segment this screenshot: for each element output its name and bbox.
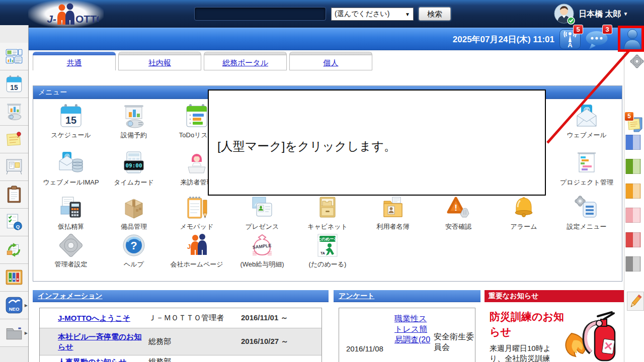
sidebar-item-facility-booking[interactable] [0,98,28,126]
edit-pencil-button[interactable] [627,292,644,311]
sidebar-item-document-management[interactable] [0,264,28,292]
rail-tab-green[interactable] [625,159,640,174]
web-payslip-icon: SAMPLE [249,232,276,259]
tab-company-news-label[interactable]: 社内報 [148,58,171,67]
admin-settings-icon [57,232,85,259]
schedule-icon: 15 [5,74,24,94]
menu-item-schedule[interactable]: 15 スケジュール [40,103,102,140]
menu-item-admin-settings[interactable]: 管理者設定 [40,232,102,269]
sidebar-item-workflow[interactable] [0,236,28,264]
menu-item-memo-pad[interactable]: メモパッド [166,194,228,231]
menu-item-user-roster[interactable]: 利用者名簿 [362,194,424,231]
info-title-link[interactable]: 人事異動のお知らせ [58,357,126,362]
sidebar-item-circular[interactable] [0,181,28,209]
information-table: J-MOTTOへようこそ Ｊ－ＭＯＴＴＯ管理者 2016/11/01 ～ 本社ビ… [39,308,322,362]
sidebar-item-schedule[interactable]: 15 [0,70,28,98]
tab-cap [204,52,287,55]
menu-item-label: タイムカード [103,178,165,187]
user-menu[interactable]: 日本橋 太郎▼ [579,9,628,20]
menu-item-label: (たのめーる) [296,260,359,269]
information-section: インフォメーション J-MOTTOへようこそ Ｊ－ＭＯＴＴＯ管理者 2016/1… [33,290,329,362]
menu-item-label: 仮払精算 [40,222,102,231]
menu-item-help[interactable]: ? ヘルプ [103,232,165,269]
tab-common-label[interactable]: 共通 [67,58,82,67]
menu-item-timecard[interactable]: 09:00 タイムカード [103,150,165,187]
svg-text:!: ! [454,203,457,213]
annotation-highlight-box [618,26,644,52]
menu-item-facility-booking[interactable]: 設備予約 [103,103,165,140]
survey-title-link[interactable]: アンケート [339,292,374,300]
global-search-input[interactable] [194,7,326,21]
menu-item-settings-menu[interactable]: 設定メニュー [555,194,618,231]
menu-item-label: メモパッド [166,222,228,231]
rail-tab-blue[interactable] [625,135,640,150]
search-button[interactable]: 検索 [419,7,451,21]
chevron-down-icon: ▼ [405,12,410,17]
table-row[interactable]: J-MOTTOへようこそ Ｊ－ＭＯＴＴＯ管理者 2016/11/01 ～ [40,308,321,328]
survey-table: 2016/11/08 職業性ストレス簡易調査(20 安全衛生委員会 [339,308,475,362]
tab-general-affairs-portal-label[interactable]: 総務ポータル [222,58,268,67]
tab-cap [289,52,372,55]
safety-confirmation-icon: ! [445,194,472,221]
sidebar-item-survey[interactable]: Q [0,209,28,236]
menu-item-web-payslip[interactable]: SAMPLE (Web給与明細) [231,232,293,269]
tab-company-news[interactable]: 社内報 [118,52,201,70]
jmotto-logo-icon: J- OTTO [33,2,99,26]
menu-item-label: 利用者名簿 [362,222,424,231]
menu-item-label: ウェブメールIMAP [40,178,102,187]
menu-item-webmail-imap[interactable]: @ ウェブメールIMAP [40,150,102,187]
menu-item-company-homepage[interactable]: J- 会社ホームページ [166,232,228,269]
info-author: Ｊ－ＭＯＴＴＯ管理者 [148,308,241,328]
menu-item-safety-confirmation[interactable]: ! 安否確認 [427,194,490,231]
menu-item-expense[interactable]: 仮払精算 [40,194,102,231]
sidebar-item-folder[interactable]: ▶ [0,319,28,347]
tab-general-affairs-portal[interactable]: 総務ポータル [204,52,287,70]
menu-item-alarm[interactable]: アラーム [493,194,555,231]
info-title-link[interactable]: 本社ビル一斉停電のお知らせ [58,332,148,352]
table-row[interactable]: 人事異動のお知らせ 総務部 [40,355,321,362]
table-row[interactable]: 本社ビル一斉停電のお知らせ 総務部 2016/10/27 ～ [40,328,321,355]
tab-personal-label[interactable]: 個人 [324,58,339,67]
tab-personal[interactable]: 個人 [289,52,372,70]
settings-menu-icon [573,194,600,221]
svg-text:NEO: NEO [9,306,20,312]
survey-link[interactable]: 職業性ストレス簡易調査(20 [394,314,430,344]
search-category-select[interactable]: (選んでください) ▼ [331,8,414,21]
sidebar-item-portal[interactable] [0,43,28,70]
facility-booking-icon [5,102,24,121]
settings-gear-button[interactable] [629,54,644,69]
search-category-value: (選んでください) [335,10,405,19]
annotation-callout: [人型マーク]をクリックします。 [208,89,546,196]
svg-text:J-: J- [47,13,56,25]
folder-icon [5,323,24,342]
sidebar-item-bulletin-board[interactable] [0,153,28,181]
cabinet-icon [314,194,341,221]
menu-item-presence[interactable]: プレゼンス [231,194,293,231]
sidebar-item-memo[interactable] [0,126,28,153]
rail-tab-pink[interactable] [625,208,640,223]
right-rail-divider [624,50,624,362]
menu-item-tanomeru[interactable]: たのめーる TA (たのめーる) [296,232,359,269]
chat-badge: 3 [602,25,612,34]
svg-text:09:00: 09:00 [125,162,142,169]
information-title-link[interactable]: インフォメーション [38,292,103,300]
information-header: インフォメーション [33,290,329,302]
menu-item-webmail[interactable]: @ ウェブメール [555,103,618,140]
menu-item-equipment[interactable]: 備品管理 [103,194,165,231]
tab-common[interactable]: 共通 [33,52,116,70]
info-title-link[interactable]: J-MOTTOへようこそ [58,313,130,323]
menu-item-label: (Web給与明細) [231,260,293,269]
menu-item-cabinet[interactable]: キャビネット [296,194,359,231]
rail-tab-orange[interactable] [625,184,640,199]
menu-item-label: ヘルプ [103,260,165,269]
important-notice-body: 来週月曜日10時より、全社防災訓練を [490,343,557,362]
rail-tab-gray[interactable] [625,256,640,272]
rail-tab-red[interactable] [625,232,640,247]
sidebar-item-neo-office[interactable]: NEO ▶ [0,292,28,319]
gear-icon [629,54,644,69]
jmotto-logo[interactable]: J- OTTO [28,0,104,28]
menu-item-label: 管理者設定 [40,260,102,269]
menu-item-project-management[interactable]: プロジェクト管理 [555,150,618,187]
menu-item-label: 設備予約 [103,131,165,140]
menu-item-label: スケジュール [40,131,102,140]
